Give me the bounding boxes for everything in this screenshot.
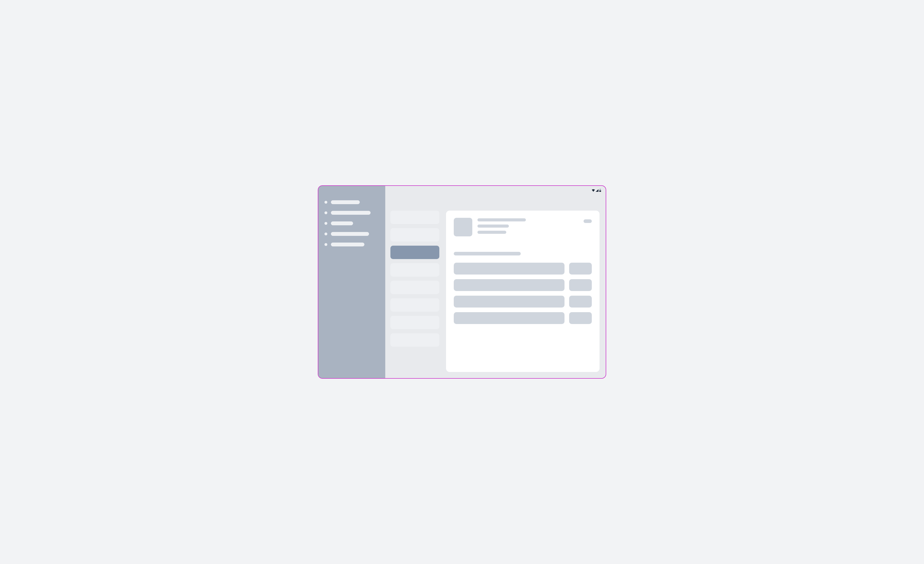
sidebar-item-1[interactable] [324,211,379,215]
avatar [454,218,472,236]
sidebar-item-0[interactable] [324,200,379,204]
list-item-0[interactable] [390,211,440,224]
svg-rect-0 [600,189,600,190]
sidebar-item-label [331,200,360,204]
bullet-icon [324,211,327,214]
list-item-7[interactable] [390,333,440,347]
row-field[interactable] [454,279,564,291]
sidebar-item-2[interactable] [324,221,379,225]
status-badge [584,220,592,223]
detail-row-1 [454,279,592,291]
detail-rows [454,263,592,324]
sidebar-item-label [331,221,353,225]
sidebar-item-label [331,242,364,247]
sidebar [318,186,385,378]
detail-row-3 [454,312,592,324]
sidebar-item-label [331,211,370,215]
bullet-icon [324,233,327,235]
row-action-button[interactable] [569,312,592,324]
list-item-1[interactable] [390,228,440,242]
bullet-icon [324,201,327,204]
detail-header [454,218,592,236]
detail-title [477,218,526,221]
status-bar [592,189,601,192]
detail-card [446,211,600,372]
header-text [477,218,592,234]
section-title [454,252,521,256]
list-item-2[interactable] [390,246,440,259]
detail-subtitle-2 [477,231,506,234]
list-item-3[interactable] [390,263,440,277]
wifi-icon [592,189,595,192]
row-action-button[interactable] [569,279,592,291]
row-action-button[interactable] [569,296,592,308]
row-field[interactable] [454,296,564,308]
content-area [444,186,606,378]
row-field[interactable] [454,263,564,275]
battery-icon [599,189,601,192]
item-list [385,186,444,378]
detail-row-0 [454,263,592,275]
row-field[interactable] [454,312,564,324]
list-item-4[interactable] [390,281,440,294]
detail-subtitle-1 [477,224,509,228]
bullet-icon [324,222,327,225]
row-action-button[interactable] [569,263,592,275]
detail-row-2 [454,296,592,308]
sidebar-item-4[interactable] [324,242,379,247]
list-item-5[interactable] [390,298,440,311]
sidebar-item-label [331,232,369,236]
bullet-icon [324,243,327,246]
list-item-6[interactable] [390,316,440,329]
svg-rect-2 [599,191,601,192]
signal-icon [596,189,598,192]
app-window [318,185,606,379]
sidebar-item-3[interactable] [324,232,379,236]
